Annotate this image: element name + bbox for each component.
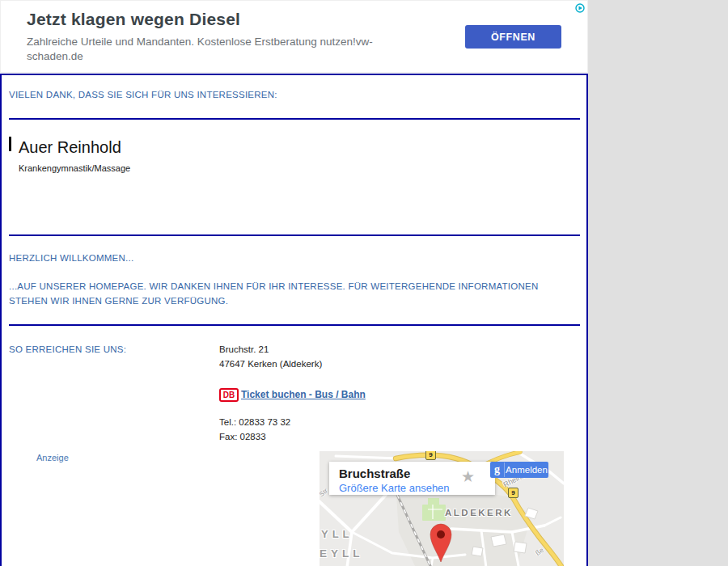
area-label-eyll: EYLL [320, 547, 364, 560]
google-map[interactable]: Rheinstraße Str ße 9 9 ALDEKERK YLL EYLL… [320, 451, 564, 566]
intro-heading: VIELEN DANK, DASS SIE SICH FÜR UNS INTER… [9, 90, 277, 99]
phone-number: Tel.: 02833 73 32 [219, 417, 290, 427]
signin-label: Anmelden [505, 465, 548, 475]
larger-map-link[interactable]: Größere Karte ansehen [339, 482, 450, 494]
divider [9, 324, 580, 326]
area-label-yll: YLL [321, 528, 353, 540]
address-line2: 47647 Kerken (Aldekerk) [219, 359, 322, 369]
divider [9, 118, 580, 120]
ad-banner[interactable]: Jetzt klagen wegen Diesel Zahlreiche Urt… [0, 0, 588, 73]
page: Jetzt klagen wegen Diesel Zahlreiche Urt… [0, 0, 728, 566]
map-info-card: Bruchstraße Größere Karte ansehen ★ [329, 462, 495, 495]
ad-body-line2: schaden.de [27, 50, 83, 62]
decorative-bar [9, 137, 11, 151]
map-card-title: Bruchstraße [339, 467, 410, 480]
ad-body-line1: Zahlreiche Urteile und Mandanten. Kosten… [27, 36, 373, 48]
business-subtitle: Krankengymnastik/Massage [19, 163, 130, 173]
route-shield: 9 [425, 451, 436, 460]
fax-number: Fax: 02833 [219, 432, 266, 441]
ad-headline: Jetzt klagen wegen Diesel [27, 10, 240, 29]
anzeige-label: Anzeige [36, 453, 69, 463]
route-shield: 9 [508, 488, 518, 498]
google-logo-icon: g [490, 463, 505, 477]
divider [9, 234, 580, 236]
db-logo[interactable]: DB [219, 388, 239, 402]
address-line1: Bruchstr. 21 [219, 344, 269, 354]
welcome-text-line1: ...AUF UNSERER HOMEPAGE. WIR DANKEN IHNE… [9, 281, 538, 291]
save-star-icon[interactable]: ★ [461, 467, 475, 486]
town-label-aldekerk: ALDEKERK [445, 508, 513, 517]
adchoices-icon[interactable] [575, 2, 585, 11]
ticket-link[interactable]: Ticket buchen - Bus / Bahn [241, 389, 366, 400]
welcome-text-line2: STEHEN WIR IHNEN GERNE ZUR VERFÜGUNG. [9, 296, 228, 306]
welcome-heading: HERZLICH WILLKOMMEN... [9, 253, 133, 263]
ad-open-button[interactable]: ÖFFNEN [465, 25, 561, 49]
google-signin-button[interactable]: g Anmelden [490, 462, 548, 478]
business-name: Auer Reinhold [19, 138, 121, 157]
contact-heading: SO ERREICHEN SIE UNS: [9, 344, 126, 354]
outer-background [588, 0, 728, 566]
